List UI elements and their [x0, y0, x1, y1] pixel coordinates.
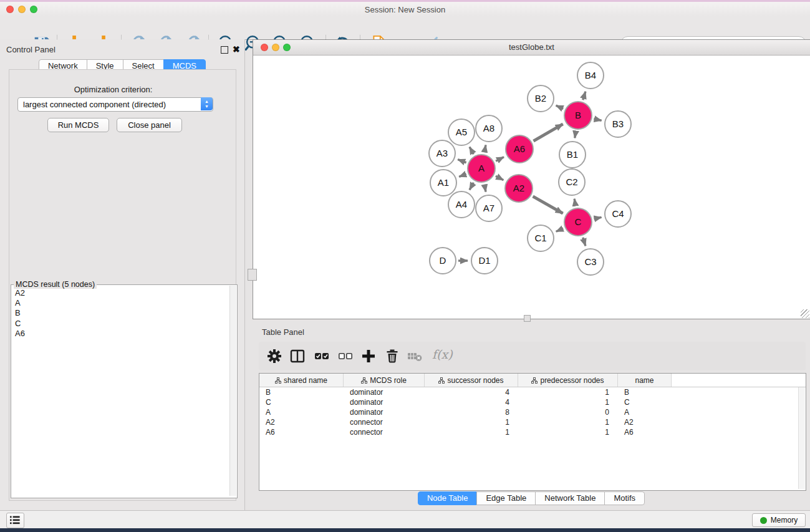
select-all-icon[interactable] — [314, 349, 329, 364]
table-row[interactable]: Adominator80A — [259, 407, 806, 417]
column-header-name[interactable]: name — [618, 374, 672, 387]
graph-edge-B-B2[interactable] — [556, 105, 564, 109]
table-cell[interactable]: B — [259, 388, 344, 397]
deselect-all-icon[interactable] — [338, 349, 353, 364]
table-cell[interactable]: dominator — [344, 388, 425, 397]
graph-node-C3[interactable]: C3 — [577, 249, 604, 275]
table-cell[interactable]: 1 — [518, 428, 618, 437]
graph-edge-A2-C[interactable] — [533, 196, 563, 213]
graph-node-A[interactable]: A — [468, 155, 495, 182]
graph-edge-A-A6[interactable] — [496, 157, 504, 162]
graph-node-B1[interactable]: B1 — [559, 142, 586, 168]
memory-button[interactable]: Memory — [752, 513, 806, 527]
mcds-result-item[interactable]: B — [12, 308, 228, 318]
graph-node-A1[interactable]: A1 — [430, 170, 456, 196]
delete-icon[interactable] — [385, 349, 400, 364]
graph-edge-C-C1[interactable] — [556, 228, 563, 231]
column-header-predecessor-nodes[interactable]: predecessor nodes — [518, 374, 618, 387]
mcds-result-item[interactable]: A2 — [12, 288, 228, 298]
table-row[interactable]: A6connector11A6 — [259, 427, 806, 437]
graph-node-A2[interactable]: A2 — [505, 175, 533, 202]
graph-node-A8[interactable]: A8 — [476, 115, 502, 142]
graph-node-C2[interactable]: C2 — [559, 169, 585, 195]
graph-node-B3[interactable]: B3 — [605, 111, 631, 137]
graph-node-B[interactable]: B — [564, 102, 592, 129]
column-header-shared-name[interactable]: shared name — [259, 374, 344, 387]
gear-icon[interactable] — [267, 349, 282, 364]
network-window-titlebar[interactable]: testGlobe.txt — [253, 40, 810, 56]
table-cell[interactable]: 8 — [425, 408, 518, 417]
graph-node-C4[interactable]: C4 — [605, 201, 631, 227]
table-cell[interactable]: C — [259, 398, 344, 407]
network-graph[interactable]: AA1A2A3A4A5A6A7A8BB1B2B3B4CC1C2C3C4DD1 — [253, 56, 809, 317]
table-cell[interactable]: A6 — [618, 428, 672, 437]
graph-edge-A-A3[interactable] — [458, 160, 466, 163]
table-row[interactable]: Bdominator41B — [259, 387, 806, 397]
graph-edge-A-A2[interactable] — [496, 176, 503, 180]
mcds-result-item[interactable]: C — [12, 319, 228, 329]
graph-node-A3[interactable]: A3 — [429, 140, 455, 167]
table-cell[interactable]: C — [618, 398, 672, 407]
graph-node-D1[interactable]: D1 — [471, 248, 498, 274]
graph-node-A4[interactable]: A4 — [448, 191, 475, 218]
table-cell[interactable]: dominator — [344, 408, 425, 417]
mcds-result-scrollbar[interactable] — [229, 286, 236, 496]
table-cell[interactable]: dominator — [344, 398, 425, 407]
table-cell[interactable]: A6 — [259, 428, 344, 437]
run-mcds-button[interactable]: Run MCDS — [47, 118, 109, 132]
graph-edge-C-C4[interactable] — [594, 217, 601, 218]
graph-edge-B-B1[interactable] — [575, 132, 576, 138]
task-history-button[interactable] — [6, 513, 24, 528]
graph-node-D[interactable]: D — [430, 248, 456, 274]
table-cell[interactable]: 1 — [518, 418, 618, 427]
table-cell[interactable]: connector — [344, 418, 425, 427]
column-header-MCDS-role[interactable]: MCDS role — [344, 374, 425, 387]
window-resize-grip[interactable] — [801, 309, 809, 318]
panel-drag-handle[interactable] — [248, 269, 257, 281]
split-columns-icon[interactable] — [290, 349, 305, 364]
table-cell[interactable]: A — [259, 408, 344, 417]
table-scrollbar[interactable] — [798, 387, 805, 489]
float-panel-icon[interactable] — [221, 46, 228, 54]
graph-edge-A-A7[interactable] — [485, 185, 486, 192]
table-cell[interactable]: A — [618, 408, 672, 417]
table-cell[interactable]: 1 — [518, 398, 618, 407]
tab-network-table[interactable]: Network Table — [535, 491, 605, 505]
graph-edge-A6-B[interactable] — [534, 124, 563, 141]
close-panel-button[interactable]: Close panel — [117, 118, 182, 132]
graph-node-A7[interactable]: A7 — [476, 195, 502, 221]
table-cell[interactable]: 1 — [425, 418, 518, 427]
close-panel-icon[interactable]: ✖ — [233, 46, 240, 52]
table-row[interactable]: A2connector11A2 — [259, 417, 806, 427]
table-cell[interactable]: 4 — [425, 388, 518, 397]
graph-edge-A-A5[interactable] — [470, 147, 473, 155]
graph-node-A6[interactable]: A6 — [506, 135, 533, 163]
table-cell[interactable]: A2 — [259, 418, 344, 427]
column-header-successor-nodes[interactable]: successor nodes — [425, 374, 518, 387]
graph-node-B4[interactable]: B4 — [577, 62, 604, 89]
graph-node-C[interactable]: C — [564, 208, 592, 236]
table-cell[interactable]: 0 — [518, 408, 618, 417]
graph-node-B2[interactable]: B2 — [528, 85, 554, 112]
graph-edge-A-A1[interactable] — [459, 174, 466, 177]
graph-edge-B-B3[interactable] — [594, 119, 601, 121]
table-cell[interactable]: connector — [344, 428, 425, 437]
graph-node-C1[interactable]: C1 — [528, 225, 554, 251]
graph-edge-B-B4[interactable] — [583, 92, 586, 100]
graph-edge-C-C3[interactable] — [583, 238, 586, 246]
table-cell[interactable]: A2 — [618, 418, 672, 427]
tab-edge-table[interactable]: Edge Table — [476, 491, 536, 505]
table-row[interactable]: Cdominator41C — [259, 397, 806, 407]
graph-edge-A-A8[interactable] — [485, 145, 486, 153]
table-cell[interactable]: 1 — [425, 428, 518, 437]
delete-table-icon[interactable] — [407, 349, 422, 364]
table-cell[interactable]: 1 — [518, 388, 618, 397]
mcds-result-item[interactable]: A6 — [12, 329, 228, 339]
add-column-icon[interactable] — [361, 349, 376, 364]
graph-edge-C-C2[interactable] — [574, 199, 576, 206]
table-cell[interactable]: B — [618, 388, 672, 397]
mcds-result-item[interactable]: A — [12, 298, 228, 308]
table-cell[interactable]: 4 — [425, 398, 518, 407]
graph-edge-A-A4[interactable] — [470, 183, 473, 190]
network-canvas[interactable]: AA1A2A3A4A5A6A7A8BB1B2B3B4CC1C2C3C4DD1 — [253, 56, 809, 317]
